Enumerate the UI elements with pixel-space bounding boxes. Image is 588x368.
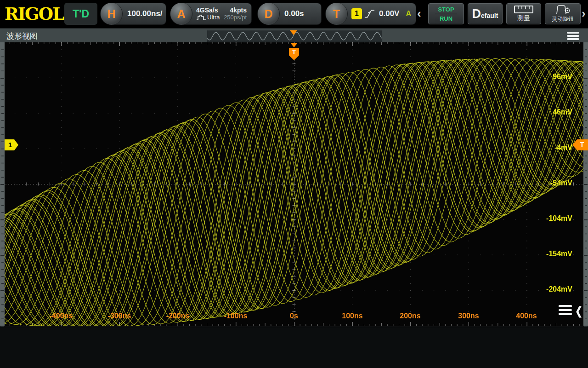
measure-label: 测量 (517, 14, 530, 23)
horizontal-button[interactable]: H (101, 3, 123, 25)
volt-axis-label: -104mV (536, 214, 572, 223)
volt-axis-label: -154mV (536, 250, 572, 258)
default-button[interactable]: Default (468, 3, 503, 24)
volt-axis-label: 46mV (536, 108, 572, 116)
rising-edge-icon (364, 7, 375, 20)
bottom-status-bar: R CH1 50.00mV/ 54.00mV CH2 50.00mV/ 0.00… (0, 327, 588, 368)
sample-rate-value: 4GSa/s (196, 7, 218, 14)
delay-button[interactable]: D (258, 3, 280, 25)
smart-knob-label: 灵动旋钮 (552, 15, 574, 23)
stop-label: STOP (438, 6, 454, 13)
trigger-status-badge[interactable]: T'D (64, 3, 97, 25)
knob-icon (555, 5, 571, 14)
time-axis-label: 400ns (506, 312, 547, 320)
time-axis-label: 0s (273, 312, 315, 320)
time-axis-label: -400ns (40, 312, 82, 320)
top-toolbar: RIGOL T'D H 100.00ns/ A 4GSa/s 4kpts Ult… (0, 0, 588, 28)
toolbar-scroll-right[interactable]: › (582, 6, 586, 21)
stop-run-button[interactable]: STOP RUN (428, 3, 464, 24)
time-axis-label: -200ns (157, 312, 198, 320)
smart-knob-button[interactable]: 灵动旋钮 (545, 3, 581, 24)
time-axis-label: 100ns (332, 312, 373, 320)
view-title: 波形视图 (6, 31, 38, 41)
trigger-button[interactable]: T (326, 3, 348, 25)
volt-axis-label: -4mV (536, 144, 572, 152)
resolution-value: 250ps/pt (224, 14, 247, 21)
default-label-rest: efault (481, 12, 498, 19)
volt-axis-label: -54mV (536, 179, 572, 187)
trigger-position-triangle-icon[interactable] (290, 43, 298, 47)
horizontal-scale-value: 100.00ns/ (123, 9, 168, 18)
collapse-chevron-icon: ❮ (575, 305, 582, 317)
trigger-source-badge[interactable]: 1 (351, 8, 362, 19)
toolbar-scroll-left[interactable]: ‹ (417, 6, 421, 21)
graticule-menu-icon[interactable]: ❮ (559, 305, 583, 317)
volt-axis-label: 96mV (536, 73, 572, 81)
trigger-level-value: 0.00V (375, 9, 405, 18)
measure-button[interactable]: 测量 (506, 3, 541, 24)
acquisition-mode-value: Ultra (207, 14, 220, 21)
ruler-icon (514, 6, 533, 13)
acquisition-pill[interactable]: A 4GSa/s 4kpts Ultra 250ps/pt (170, 3, 252, 25)
preview-trigger-marker[interactable] (290, 30, 297, 35)
default-label-initial: D (472, 7, 481, 21)
time-axis-label: 200ns (390, 312, 431, 320)
acquisition-button[interactable]: A (170, 3, 192, 25)
run-label: RUN (440, 15, 452, 22)
time-axis-label: -300ns (99, 312, 140, 320)
rigol-logo: RIGOL (5, 4, 63, 24)
volt-axis-label: -204mV (536, 285, 572, 293)
menu-hamburger-icon[interactable] (567, 32, 580, 41)
waveform-display-area[interactable] (0, 42, 588, 327)
delay-value: 0.00s (280, 9, 310, 18)
horizontal-pill[interactable]: H 100.00ns/ (100, 3, 166, 25)
trigger-pill[interactable]: T 1 0.00V A (325, 3, 416, 25)
oscilloscope-screen: RIGOL T'D H 100.00ns/ A 4GSa/s 4kpts Ult… (0, 0, 588, 368)
time-axis-label: 300ns (448, 312, 489, 320)
stop-run-divider (435, 14, 457, 14)
trigger-sweep-mode: A (406, 10, 411, 18)
memory-depth-value: 4kpts (230, 7, 247, 14)
time-axis-label: -100ns (215, 312, 256, 320)
delay-pill[interactable]: D 0.00s (257, 3, 322, 25)
waveform-canvas[interactable] (0, 42, 588, 327)
view-title-bar: 波形视图 (0, 28, 588, 42)
step-waveform-icon (196, 14, 206, 21)
